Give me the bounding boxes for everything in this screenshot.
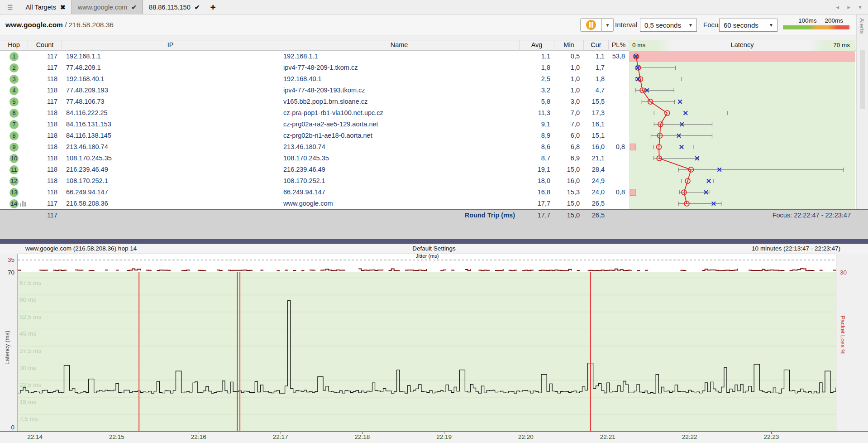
tab-www-google-com[interactable]: www.google.com ✔ bbox=[72, 0, 143, 14]
hop-name: 192.168.1.1 bbox=[279, 51, 520, 62]
hop-count: 118 bbox=[28, 119, 62, 130]
hop-ip: 84.116.138.145 bbox=[62, 130, 279, 141]
time-tick-label: 22:14 bbox=[21, 433, 48, 440]
jitter-graph[interactable]: Jitter (ms) bbox=[17, 254, 836, 272]
tab-scroll-left-icon[interactable]: ◄ bbox=[835, 5, 840, 10]
new-target-button[interactable]: + bbox=[205, 1, 220, 13]
hop-cur: 28,4 bbox=[584, 164, 609, 175]
hop-name: v165.bb2.pop1.brn.sloane.cz bbox=[279, 96, 520, 107]
close-icon[interactable]: ✖ bbox=[60, 4, 66, 11]
latency-scale-min: 0 ms bbox=[632, 40, 645, 50]
hop-count: 117 bbox=[28, 96, 62, 107]
hop-avg: 2,5 bbox=[520, 73, 554, 85]
hop-count: 118 bbox=[28, 130, 62, 141]
tab-nav: ◄ ► ▼ bbox=[835, 0, 863, 14]
hop-count: 118 bbox=[28, 107, 62, 119]
tab-list-dropdown-icon[interactable]: ▼ bbox=[858, 5, 863, 10]
focus-select[interactable]: 60 seconds ▼ bbox=[719, 19, 777, 32]
hop-ip: 77.48.209.1 bbox=[62, 62, 279, 73]
svg-text:30 ms: 30 ms bbox=[19, 365, 36, 371]
pane-divider[interactable] bbox=[0, 239, 868, 244]
hop-name: 108.170.252.1 bbox=[279, 175, 520, 187]
latency-timeline-graph[interactable]: 67,5 ms60 ms52,5 ms45 ms37,5 ms30 ms22,5… bbox=[17, 272, 836, 431]
hop-number: 7 bbox=[0, 119, 28, 130]
col-latency-graph: 0 ms Latency 70 ms bbox=[629, 40, 855, 51]
alerts-tab[interactable]: Alerts bbox=[858, 18, 865, 34]
svg-text:7,5 ms: 7,5 ms bbox=[19, 415, 38, 422]
hop-min: 6,0 bbox=[554, 130, 584, 141]
latency-axis-label: Latency (ms) bbox=[4, 327, 10, 368]
interval-select[interactable]: 0,5 seconds ▼ bbox=[640, 19, 697, 32]
hop-avg: 1,1 bbox=[520, 51, 554, 62]
hop-name: 213.46.180.74 bbox=[279, 141, 520, 153]
hop-ip: 192.168.40.1 bbox=[62, 73, 279, 85]
timeline-range-label: 10 minutes (22:13:47 - 22:23:47) bbox=[752, 245, 840, 252]
chevron-down-icon: ▼ bbox=[769, 23, 773, 28]
svg-text:22,5 ms: 22,5 ms bbox=[19, 381, 41, 388]
hop-pl bbox=[609, 119, 629, 130]
hop-min: 1,0 bbox=[554, 85, 584, 96]
bar-chart-icon bbox=[20, 201, 28, 207]
hop-table-header: Hop Count IP Name Avg Min Cur PL% 0 ms L… bbox=[0, 40, 856, 51]
hop-avg: 8,9 bbox=[520, 130, 554, 141]
hop-avg: 11,3 bbox=[520, 107, 554, 119]
timeline-header: www.google.com (216.58.208.36) hop 14 De… bbox=[0, 244, 868, 254]
latency-scale-bottom: 0 bbox=[4, 424, 14, 431]
col-count: Count bbox=[28, 40, 62, 51]
check-icon: ✔ bbox=[195, 4, 200, 11]
round-trip-count: 117 bbox=[28, 210, 62, 221]
hop-number-badge: 6 bbox=[10, 109, 19, 118]
hop-count: 118 bbox=[28, 73, 62, 85]
hop-number: 12 bbox=[0, 175, 28, 187]
col-min: Min bbox=[554, 40, 584, 51]
latency-scale-top: 70 bbox=[4, 269, 14, 276]
hop-count: 117 bbox=[28, 198, 62, 209]
hop-count: 118 bbox=[28, 175, 62, 187]
tab-scroll-right-icon[interactable]: ► bbox=[846, 5, 851, 10]
hop-ip: 192.168.1.1 bbox=[62, 51, 279, 62]
pause-icon bbox=[586, 20, 596, 30]
hop-ip: 77.48.106.73 bbox=[62, 96, 279, 107]
hop-avg: 17,7 bbox=[520, 198, 554, 209]
hop-number: 11 bbox=[0, 164, 28, 175]
hop-number: 1 bbox=[0, 51, 28, 62]
hop-number-badge: 3 bbox=[10, 75, 19, 84]
pause-dropdown-button[interactable]: ▼ bbox=[602, 18, 614, 32]
tab-bar: ☰ All Targets ✖ www.google.com ✔ 88.86.1… bbox=[0, 0, 868, 14]
hop-min: 7,0 bbox=[554, 119, 584, 130]
svg-text:15 ms: 15 ms bbox=[19, 399, 36, 405]
hop-ip: 77.48.209.193 bbox=[62, 85, 279, 96]
tab-88-86-115-150[interactable]: 88.86.115.150 ✔ bbox=[143, 0, 205, 14]
hop-pl bbox=[609, 96, 629, 107]
separator: / bbox=[63, 21, 69, 29]
packet-loss-scale-top: 30 bbox=[840, 269, 847, 276]
hop-min: 6,9 bbox=[554, 153, 584, 164]
hop-number-badge: 13 bbox=[10, 188, 19, 197]
check-icon: ✔ bbox=[131, 4, 137, 11]
timeline-settings-label: Default Settings bbox=[0, 245, 868, 252]
tab-all-targets[interactable]: All Targets ✖ bbox=[20, 0, 72, 14]
round-trip-avg: 17,7 bbox=[520, 210, 554, 221]
hop-count: 118 bbox=[28, 164, 62, 175]
hop-ip: 213.46.180.74 bbox=[62, 141, 279, 153]
time-axis: 22:1422:1522:1622:1722:1822:1922:2022:21… bbox=[0, 431, 868, 443]
hop-ip: 216.239.46.49 bbox=[62, 164, 279, 175]
hop-name: cz-pra-pop1-rb1-vla100.net.upc.cz bbox=[279, 107, 520, 119]
menu-icon[interactable]: ☰ bbox=[7, 4, 14, 11]
pause-button[interactable] bbox=[580, 18, 602, 32]
hop-number-badge: 10 bbox=[10, 154, 19, 163]
hop-min: 1,0 bbox=[554, 62, 584, 73]
hop-cur: 16,0 bbox=[584, 141, 609, 153]
chevron-down-icon: ▼ bbox=[688, 23, 693, 28]
rail-scrollbar[interactable] bbox=[860, 50, 865, 109]
latency-trace: 67,5 ms60 ms52,5 ms45 ms37,5 ms30 ms22,5… bbox=[18, 272, 836, 431]
packet-loss-axis-label: Packet Loss % bbox=[839, 313, 846, 358]
hop-number: 14 bbox=[0, 198, 28, 209]
hop-number-badge: 2 bbox=[10, 63, 19, 72]
hop-number: 8 bbox=[0, 130, 28, 141]
hop-table: Hop Count IP Name Avg Min Cur PL% 0 ms L… bbox=[0, 40, 856, 209]
interval-value: 0,5 seconds bbox=[644, 21, 681, 29]
hop-pl: 53,8 bbox=[609, 51, 629, 62]
hop-pl bbox=[609, 73, 629, 85]
hop-pl bbox=[609, 175, 629, 187]
